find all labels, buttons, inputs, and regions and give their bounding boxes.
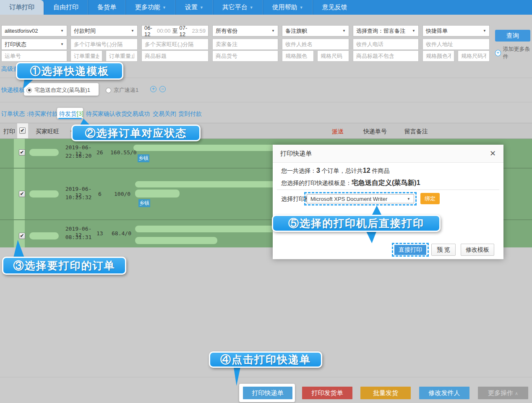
modal-title-bar: 打印快递单 ✕ [273, 145, 503, 163]
print-express-button[interactable]: 打印快递单 [243, 387, 292, 399]
time-type-select[interactable]: 付款时间▼ [70, 25, 138, 36]
order-qty: 13 [96, 230, 103, 237]
receiver-name-input[interactable] [282, 39, 349, 50]
edit-template-button[interactable]: 修改模板 [461, 244, 494, 256]
batch-ship-button[interactable]: 批量发货 [360, 387, 411, 399]
radio-selected-icon[interactable] [26, 88, 32, 93]
title-exclude-input[interactable] [353, 50, 419, 62]
close-icon[interactable]: ✕ [490, 149, 496, 158]
chevron-down-icon: ▼ [271, 29, 275, 33]
nav-tab-feedback[interactable]: 意见反馈 [313, 0, 357, 15]
province-select[interactable]: 所有省份▼ [212, 25, 278, 36]
modal-title: 打印快递单 [280, 150, 312, 158]
callout-4-pointer [232, 367, 243, 386]
callout-2-select-status: ②选择订单对应状态 [71, 125, 201, 141]
callout-5-direct-print: ⑤选择的打印机后直接打印 [272, 215, 441, 232]
query-type-select[interactable]: 选择查询：留言备注▼ [353, 25, 419, 36]
bind-printer-button[interactable]: 绑定 [420, 193, 440, 204]
printer-dashed-highlight [304, 192, 417, 205]
receiver-addr-input[interactable] [422, 39, 490, 50]
print-express-modal: 打印快递单 ✕ 您一共选择：3 个订单，总计共12 件商品 您选择的打印快递模板… [273, 145, 503, 259]
selected-order-count: 3 [316, 167, 320, 174]
redacted-product-bar [135, 237, 217, 244]
nav-tab-order-print[interactable]: 订单打印 [0, 0, 44, 15]
query-button[interactable]: 查询 [495, 30, 530, 42]
chevron-down-icon: ▼ [300, 5, 303, 10]
row-checkbox[interactable]: ✔ [19, 191, 25, 197]
order-ids-input[interactable] [70, 39, 138, 50]
add-more-conditions[interactable]: +添加更多条件 [495, 45, 532, 60]
town-tag: 乡镇 [138, 199, 150, 207]
nav-tab-more-functions[interactable]: 更多功能▼ [125, 0, 175, 15]
modal-divider [277, 190, 499, 190]
chevron-down-icon: ▼ [162, 5, 166, 10]
order-time: 22:18:20 [64, 153, 93, 159]
status-tab-wait-ship[interactable]: 待发货[3] [59, 110, 83, 118]
status-tab-cod[interactable]: 货到付款 [178, 110, 202, 118]
nav-tab-help[interactable]: 使用帮助▼ [263, 0, 313, 15]
flag-select[interactable]: 备注旗帜▼ [282, 25, 349, 36]
nav-tab-other-platforms[interactable]: 其它平台▼ [213, 0, 263, 15]
redacted-product-bar [135, 190, 180, 198]
template-option-1[interactable]: 宅急送自定义(菜鸟新)1 [26, 86, 90, 94]
chevron-down-icon: ▼ [483, 29, 486, 33]
select-all-checkbox[interactable]: ✔ [19, 127, 26, 134]
nav-tab-stock-list[interactable]: 备货单 [88, 0, 125, 15]
header-delivery: 派送 [332, 128, 344, 135]
weight-from-input[interactable] [70, 50, 102, 62]
print-status-select[interactable]: 打印状态▼ [1, 39, 67, 50]
date-range-field[interactable]: 06-1200:00至07-1223:59 [141, 25, 209, 36]
header-tracking-no: 快递单号 [363, 128, 387, 135]
radio-unselected-icon[interactable] [106, 88, 111, 93]
more-actions-button[interactable]: 更多操作 ∧ [478, 387, 528, 399]
divider [0, 102, 532, 102]
quick-filter-select[interactable]: 快捷筛单▼ [422, 25, 490, 36]
order-status-label: 订单状态： [1, 110, 31, 118]
color-exclude-input[interactable] [422, 50, 454, 62]
header-print: 打印 [3, 128, 15, 135]
callout-3-select-orders: ③选择要打印的订单 [2, 257, 126, 275]
order-amount: 160.55/0 [110, 149, 137, 156]
chevron-up-icon: ∧ [515, 391, 518, 396]
item-no-input[interactable] [212, 50, 278, 62]
nav-tab-settings[interactable]: 设置▼ [175, 0, 213, 15]
spec-size-input[interactable] [317, 50, 349, 62]
status-tab-wait-confirm[interactable]: 待买家确认收货 [86, 110, 127, 118]
chevron-down-icon: ▼ [131, 29, 134, 33]
redacted-buyer-name [29, 190, 59, 198]
row-checkbox[interactable]: ✔ [19, 233, 25, 239]
row-checkbox[interactable]: ✔ [19, 149, 25, 156]
weight-to-input[interactable] [106, 50, 138, 62]
redacted-buyer-name [29, 149, 59, 156]
chevron-down-icon: ▼ [60, 29, 64, 33]
print-invoice-button[interactable]: 打印发货单 [302, 387, 352, 399]
remove-template-icon[interactable]: − [159, 86, 166, 92]
order-qty: 6 [98, 191, 102, 197]
order-amount: 100/0 [114, 191, 130, 197]
item-title-input[interactable] [141, 50, 209, 62]
receiver-phone-input[interactable] [353, 39, 419, 50]
order-qty: 26 [96, 149, 103, 156]
spec-color-input[interactable] [282, 50, 314, 62]
callout-4-click-print: ④点击打印快递单 [209, 351, 322, 368]
top-navbar: 订单打印 自由打印 备货单 更多功能▼ 设置▼ 其它平台▼ 使用帮助▼ 意见反馈 [0, 0, 532, 15]
template-option-2[interactable]: 京广速递1 [106, 86, 138, 94]
chevron-down-icon: ▼ [200, 5, 203, 10]
account-select[interactable]: alitestforisv02▼ [1, 25, 67, 36]
status-tab-success[interactable]: 交易成功 [126, 110, 150, 118]
waybill-input[interactable] [1, 50, 67, 62]
change-sender-button[interactable]: 修改发件人 [419, 387, 469, 399]
order-time: 08:31:31 [64, 234, 93, 240]
header-buyer: 买家旺旺 [36, 128, 59, 135]
seller-memo-input[interactable] [212, 39, 278, 50]
status-tab-closed[interactable]: 交易关闭 [153, 110, 176, 118]
preview-button[interactable]: 预 览 [431, 244, 456, 256]
add-template-icon[interactable]: + [150, 86, 156, 92]
nav-tab-free-print[interactable]: 自由打印 [44, 0, 88, 15]
size-exclude-input[interactable] [458, 50, 490, 62]
chevron-down-icon: ▼ [342, 29, 346, 33]
buyer-ww-input[interactable] [141, 39, 209, 50]
redacted-buyer-name [29, 232, 59, 239]
chevron-down-icon: ▼ [250, 5, 253, 10]
status-tab-wait-payment[interactable]: 待买家付款 [29, 110, 58, 118]
